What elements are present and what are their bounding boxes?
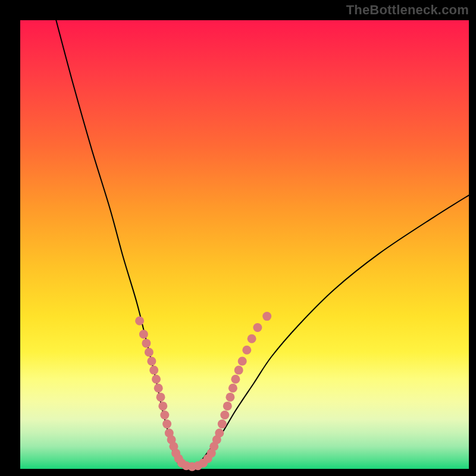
marker-dot: [156, 393, 165, 402]
marker-dot: [135, 317, 144, 325]
marker-dot: [145, 348, 154, 357]
marker-dot: [162, 419, 171, 428]
curve-svg: [20, 20, 469, 469]
marker-dot: [228, 384, 237, 393]
marker-dot: [147, 357, 156, 366]
marker-dot: [215, 428, 224, 437]
bottleneck-curve: [56, 20, 469, 467]
marker-dot: [234, 366, 243, 375]
marker-dot: [242, 346, 251, 355]
marker-dot: [160, 411, 169, 419]
watermark-text: TheBottleneck.com: [346, 2, 469, 18]
marker-dot: [248, 334, 256, 343]
marker-dot: [238, 357, 247, 366]
marker-dot: [152, 375, 161, 384]
marker-dot: [142, 339, 151, 347]
marker-dots: [135, 312, 271, 471]
marker-dot: [149, 366, 158, 375]
marker-dot: [220, 411, 229, 419]
marker-dot: [253, 323, 262, 332]
chart-frame: TheBottleneck.com: [0, 0, 476, 476]
marker-dot: [231, 375, 240, 384]
plot-area: [20, 20, 469, 469]
marker-dot: [158, 402, 167, 411]
marker-dot: [154, 384, 163, 393]
marker-dot: [218, 419, 227, 428]
marker-dot: [139, 330, 148, 339]
marker-dot: [262, 312, 271, 321]
marker-dot: [223, 402, 232, 411]
marker-dot: [226, 393, 234, 402]
